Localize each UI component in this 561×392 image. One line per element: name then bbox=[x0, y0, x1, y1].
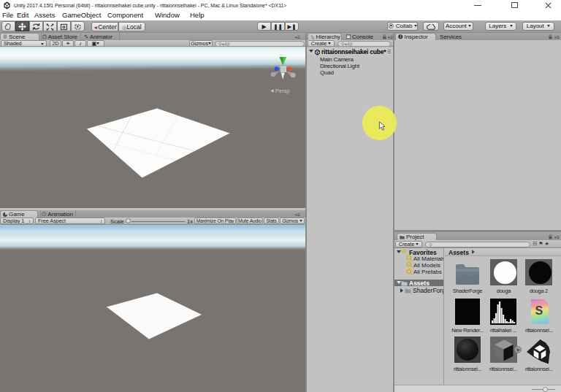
svg-text:z: z bbox=[271, 61, 273, 66]
svg-text:x: x bbox=[293, 61, 296, 66]
